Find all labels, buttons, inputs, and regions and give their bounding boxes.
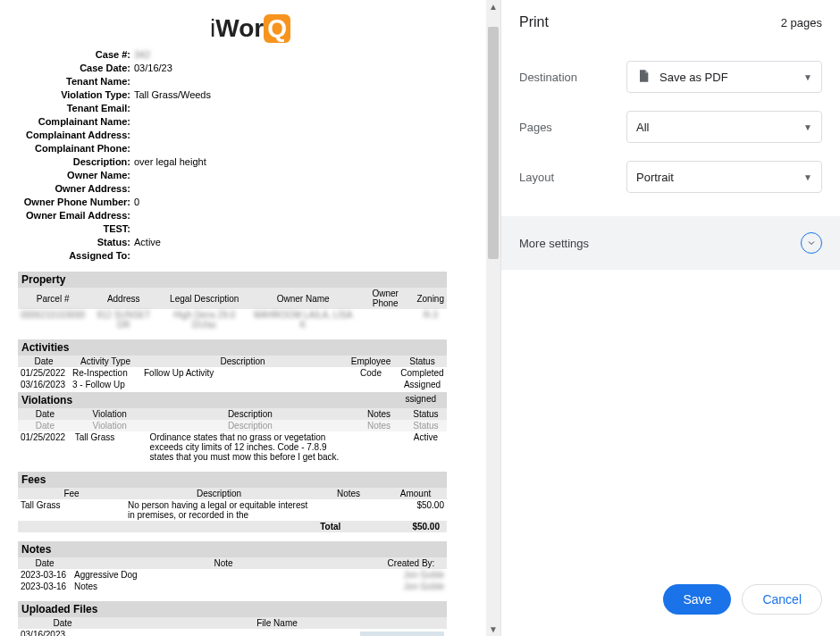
col-phone: Owner Phone [357,288,414,309]
complainant-phone-value [134,142,483,155]
destination-value: Save as PDF [659,71,728,84]
destination-select[interactable]: Save as PDF ▼ [626,61,822,93]
col-filename: File Name [107,617,447,629]
activity-row: 01/25/2022Re-InspectionFollow Up Activit… [18,367,447,379]
col-amount: Amount [384,488,447,499]
scroll-up-icon[interactable]: ▲ [489,2,498,12]
complainant-name-label: Complainant Name: [18,115,134,129]
col-zoning: Zoning [414,288,447,309]
owner-email-label: Owner Email Address: [18,209,134,222]
violation-type-value: Tall Grass/Weeds [134,88,483,102]
tenant-email-value [134,102,483,115]
owner-name-value [134,169,483,182]
pages-value: All [636,121,649,134]
pages-select[interactable]: All ▼ [626,111,822,143]
tenant-email-label: Tenant Email: [18,102,134,115]
col-legal: Legal Description [159,288,249,309]
chevron-down-icon: ▼ [803,72,812,82]
violation-row: 01/25/2022 Tall Grass Ordinance states t… [18,431,447,463]
notes-heading: Notes [18,541,447,557]
fees-total-row: Total $50.00 [18,521,447,532]
owner-phone-value: 0 [134,196,483,209]
tenant-name-value [134,75,483,88]
col-date: Date [18,408,72,420]
files-heading: Uploaded Files [18,601,447,617]
owner-phone-label: Owner Phone Number: [18,196,134,209]
print-sidebar: Print 2 pages Destination Save as PDF ▼ … [500,0,840,636]
chevron-down-icon [801,232,822,254]
violations-section: Violations ssigned Date Violation Descri… [18,392,447,463]
col-address: Address [88,288,159,309]
fees-section: Fees Fee Description Notes Amount Tall G… [18,472,447,532]
app-logo: iWorQ [18,14,483,43]
files-section: Uploaded Files Date File Name 03/16/2023 [18,601,447,636]
description-label: Description: [18,155,134,169]
complainant-name-value [134,115,483,129]
property-section: Property Parcel # Address Legal Descript… [18,272,447,331]
owner-address-value [134,182,483,196]
save-button[interactable]: Save [663,584,731,615]
status-value: Active [134,236,483,249]
col-fee: Fee [18,488,125,499]
col-status: Status [405,408,447,420]
cancel-button[interactable]: Cancel [742,584,822,615]
activities-section: Activities Date Activity Type Descriptio… [18,339,447,390]
col-emp: Employee [344,356,398,367]
property-heading: Property [18,272,447,288]
violation-type-label: Violation Type: [18,88,134,102]
col-desc: Description [147,408,354,420]
col-by: Created By: [375,557,447,569]
col-status: Status [398,356,447,367]
description-value: over legal height [134,155,483,169]
case-date-label: Case Date: [18,62,134,75]
pdf-icon [636,67,651,88]
owner-name-label: Owner Name: [18,169,134,182]
col-desc: Description [125,488,313,499]
file-thumbnail [360,632,444,636]
layout-select[interactable]: Portrait ▼ [626,161,822,193]
sidebar-title: Print [519,14,549,30]
case-details: Case #:342 Case Date:03/16/23 Tenant Nam… [18,48,483,263]
col-date: Date [18,356,70,367]
pages-label: Pages [519,121,626,134]
assigned-to-label: Assigned To: [18,249,134,263]
tenant-name-label: Tenant Name: [18,75,134,88]
test-label: TEST: [18,222,134,236]
col-date: Date [18,557,71,569]
layout-value: Portrait [636,171,674,184]
preview-scrollbar[interactable]: ▲ ▼ [486,0,500,636]
destination-label: Destination [519,71,626,84]
more-settings-toggle[interactable]: More settings [501,216,840,270]
property-row: 0006210103000 912 SUNSET DR High Dens 29… [18,309,447,331]
note-row: 2023-03-16NotesJon Goble [18,581,447,592]
activity-row: 03/16/20233 - Follow UpAssigned [18,379,447,390]
col-notes: Notes [313,488,384,499]
page-count: 2 pages [781,16,822,29]
notes-section: Notes Date Note Created By: 2023-03-16Ag… [18,541,447,592]
col-date: Date [18,617,107,629]
chevron-down-icon: ▼ [803,122,812,132]
truncated-status: ssigned [406,394,443,406]
status-label: Status: [18,236,134,249]
layout-label: Layout [519,171,626,184]
col-violation: Violation [72,408,147,420]
print-preview-pane: iWorQ Case #:342 Case Date:03/16/23 Tena… [0,0,500,636]
complainant-address-label: Complainant Address: [18,129,134,142]
owner-email-value [134,209,483,222]
col-owner: Owner Name [249,288,357,309]
total-value: $50.00 [412,522,440,531]
chevron-down-icon: ▼ [803,172,812,182]
owner-address-label: Owner Address: [18,182,134,196]
complainant-address-value [134,129,483,142]
assigned-to-value [134,249,483,263]
complainant-phone-label: Complainant Phone: [18,142,134,155]
col-notes: Notes [353,408,405,420]
scroll-thumb[interactable] [488,27,499,259]
more-settings-label: More settings [519,237,589,250]
fees-heading: Fees [18,472,447,488]
case-date-value: 03/16/23 [134,62,483,75]
scroll-down-icon[interactable]: ▼ [489,624,498,634]
activities-heading: Activities [18,339,447,356]
note-row: 2023-03-16Aggressive DogJon Goble [18,569,447,581]
col-type: Activity Type [70,356,141,367]
